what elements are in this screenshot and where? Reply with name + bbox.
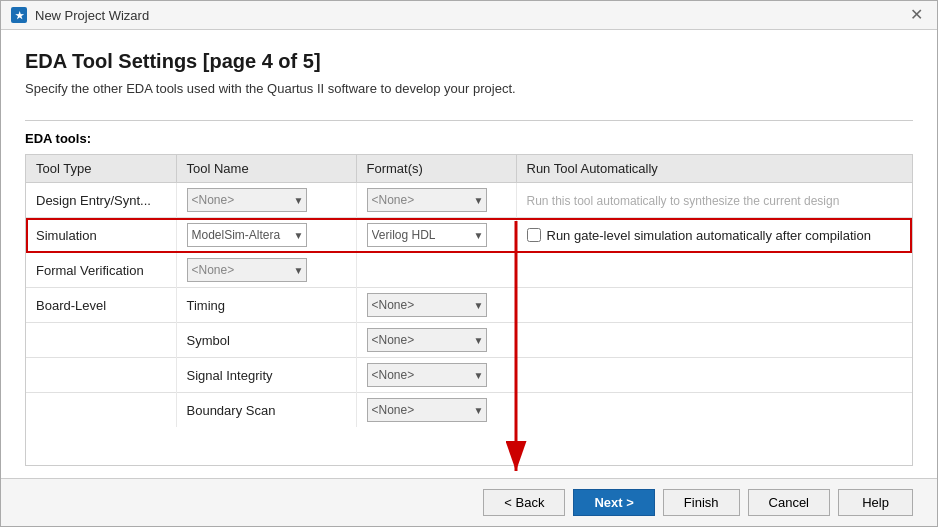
run-auto-checkbox-label[interactable]: Run gate-level simulation automatically … — [527, 228, 903, 243]
format-select-wrapper[interactable]: <None> ▼ — [367, 188, 487, 212]
tool-name-cell: Boundary Scan — [176, 393, 356, 428]
format-cell: <None> ▼ — [356, 393, 516, 428]
tool-name-cell: <None> ▼ — [176, 253, 356, 288]
tool-name-cell: Symbol — [176, 323, 356, 358]
simulation-row: Simulation ModelSim-Altera <None> ▼ — [26, 218, 912, 253]
title-bar-left: ★ New Project Wizard — [11, 7, 149, 23]
help-button[interactable]: Help — [838, 489, 913, 516]
tool-name-select-wrapper[interactable]: <None> ▼ — [187, 188, 307, 212]
run-auto-checkbox[interactable] — [527, 228, 541, 242]
format-select[interactable]: <None> — [368, 189, 486, 211]
board-timing-label: Timing — [187, 298, 226, 313]
cancel-button[interactable]: Cancel — [748, 489, 830, 516]
tool-name-select[interactable]: <None> — [188, 259, 306, 281]
tool-name-cell: Signal Integrity — [176, 358, 356, 393]
page-subtitle: Specify the other EDA tools used with th… — [25, 81, 913, 96]
col-tool-name: Tool Name — [176, 155, 356, 183]
close-button[interactable]: ✕ — [906, 7, 927, 23]
back-button[interactable]: < Back — [483, 489, 565, 516]
tool-name-cell: ModelSim-Altera <None> ▼ — [176, 218, 356, 253]
page-title: EDA Tool Settings [page 4 of 5] — [25, 50, 913, 73]
format-select-wrapper[interactable]: <None> ▼ — [367, 398, 487, 422]
col-format: Format(s) — [356, 155, 516, 183]
format-select-wrapper[interactable]: <None> ▼ — [367, 363, 487, 387]
tool-type-cell — [26, 393, 176, 428]
eda-tools-table: Tool Type Tool Name Format(s) Run Tool A… — [26, 155, 912, 427]
tool-type-label: Board-Level — [36, 298, 106, 313]
tool-name-cell: <None> ▼ — [176, 183, 356, 218]
format-select-wrapper[interactable]: <None> ▼ — [367, 328, 487, 352]
divider — [25, 120, 913, 121]
run-auto-text: Run this tool automatically to synthesiz… — [527, 194, 840, 208]
run-auto-cell — [516, 253, 912, 288]
eda-tools-table-container: Tool Type Tool Name Format(s) Run Tool A… — [25, 154, 913, 466]
col-run-tool: Run Tool Automatically — [516, 155, 912, 183]
title-bar-text: New Project Wizard — [35, 8, 149, 23]
run-auto-cell: Run gate-level simulation automatically … — [516, 218, 912, 253]
run-auto-cell — [516, 393, 912, 428]
tool-type-cell: Board-Level — [26, 288, 176, 323]
format-cell: <None> ▼ — [356, 183, 516, 218]
run-auto-cell — [516, 288, 912, 323]
tool-type-label: Design Entry/Synt... — [36, 193, 151, 208]
simulation-tool-name-select-wrapper[interactable]: ModelSim-Altera <None> ▼ — [187, 223, 307, 247]
wizard-icon: ★ — [11, 7, 27, 23]
format-select[interactable]: <None> — [368, 399, 486, 421]
section-label: EDA tools: — [25, 131, 913, 146]
format-cell: <None> ▼ — [356, 323, 516, 358]
table-row: Symbol <None> ▼ — [26, 323, 912, 358]
format-cell: Verilog HDL VHDL <None> ▼ — [356, 218, 516, 253]
simulation-tool-name-select[interactable]: ModelSim-Altera <None> — [188, 224, 306, 246]
table-row: Signal Integrity <None> ▼ — [26, 358, 912, 393]
dialog-window: ★ New Project Wizard ✕ EDA Tool Settings… — [0, 0, 938, 527]
tool-name-select[interactable]: <None> — [188, 189, 306, 211]
tool-type-label: Simulation — [36, 228, 97, 243]
tool-type-cell — [26, 358, 176, 393]
next-button[interactable]: Next > — [573, 489, 654, 516]
run-auto-cell — [516, 323, 912, 358]
board-symbol-label: Symbol — [187, 333, 230, 348]
table-row: Board-Level Timing <None> ▼ — [26, 288, 912, 323]
tool-type-cell — [26, 323, 176, 358]
format-cell: <None> ▼ — [356, 358, 516, 393]
tool-name-cell: Timing — [176, 288, 356, 323]
format-select[interactable]: <None> — [368, 329, 486, 351]
table-row: Design Entry/Synt... <None> ▼ — [26, 183, 912, 218]
tool-type-cell: Simulation — [26, 218, 176, 253]
format-select[interactable]: <None> — [368, 294, 486, 316]
format-cell: <None> ▼ — [356, 288, 516, 323]
board-signal-label: Signal Integrity — [187, 368, 273, 383]
run-auto-cell: Run this tool automatically to synthesiz… — [516, 183, 912, 218]
format-cell — [356, 253, 516, 288]
finish-button[interactable]: Finish — [663, 489, 740, 516]
simulation-format-select-wrapper[interactable]: Verilog HDL VHDL <None> ▼ — [367, 223, 487, 247]
tool-type-label: Formal Verification — [36, 263, 144, 278]
run-auto-cell — [516, 358, 912, 393]
main-content: EDA Tool Settings [page 4 of 5] Specify … — [1, 30, 937, 478]
table-row: Boundary Scan <None> ▼ — [26, 393, 912, 428]
table-row: Formal Verification <None> ▼ — [26, 253, 912, 288]
format-select[interactable]: <None> — [368, 364, 486, 386]
title-bar: ★ New Project Wizard ✕ — [1, 1, 937, 30]
simulation-format-select[interactable]: Verilog HDL VHDL <None> — [368, 224, 486, 246]
dialog-footer: < Back Next > Finish Cancel Help — [1, 478, 937, 526]
tool-name-select-wrapper[interactable]: <None> ▼ — [187, 258, 307, 282]
run-auto-text: Run gate-level simulation automatically … — [547, 228, 871, 243]
tool-type-cell: Design Entry/Synt... — [26, 183, 176, 218]
tool-type-cell: Formal Verification — [26, 253, 176, 288]
board-boundary-label: Boundary Scan — [187, 403, 276, 418]
col-tool-type: Tool Type — [26, 155, 176, 183]
format-select-wrapper[interactable]: <None> ▼ — [367, 293, 487, 317]
